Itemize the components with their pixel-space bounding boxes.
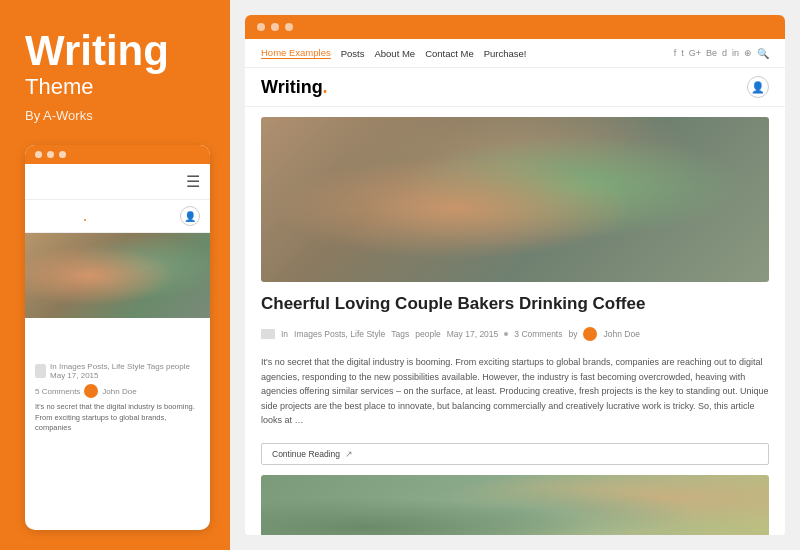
browser-content: Home Examples Posts About Me Contact Me … — [245, 39, 785, 535]
mobile-dot-3 — [59, 151, 66, 158]
rss-icon[interactable]: ⊕ — [744, 48, 752, 58]
theme-title: Writing — [25, 30, 210, 72]
facebook-icon[interactable]: f — [674, 48, 677, 58]
mobile-hamburger-icon[interactable]: ☰ — [186, 172, 200, 191]
behance-icon[interactable]: Be — [706, 48, 717, 58]
blog-brand-bar: Writing. 👤 — [245, 68, 785, 107]
nav-purchase[interactable]: Purchase! — [484, 48, 527, 59]
post-comments[interactable]: 3 Comments — [514, 329, 562, 339]
nav-contact[interactable]: Contact Me — [425, 48, 474, 59]
mobile-hero-image — [25, 233, 210, 318]
mobile-dot-1 — [35, 151, 42, 158]
post-author-name[interactable]: John Doe — [603, 329, 639, 339]
twitter-icon[interactable]: t — [681, 48, 684, 58]
mobile-post-meta-2: 5 Comments John Doe — [35, 384, 200, 398]
right-panel: Home Examples Posts About Me Contact Me … — [230, 0, 800, 550]
blog-brand-period: . — [323, 77, 328, 97]
left-panel: Writing Theme By A-Works Menu ☰ Writing.… — [0, 0, 230, 550]
post-title: Cheerful Loving Couple Bakers Drinking C… — [261, 294, 769, 314]
post-hero-img-content — [261, 117, 769, 282]
site-nav: Home Examples Posts About Me Contact Me … — [261, 47, 527, 59]
post-hero-image — [261, 117, 769, 282]
mobile-top-bar — [25, 145, 210, 164]
blog-brand-name: Writing — [261, 77, 323, 97]
instagram-icon[interactable]: in — [732, 48, 739, 58]
mobile-author-name: John Doe — [102, 387, 136, 396]
mobile-post-meta: In Images Posts, Life Style Tags people … — [35, 362, 200, 380]
mobile-meta-text: In Images Posts, Life Style Tags people … — [50, 362, 200, 380]
mobile-preview: Menu ☰ Writing. 👤 Cheerful Loving Couple… — [25, 145, 210, 530]
post-tags-label: Tags — [391, 329, 409, 339]
second-post-preview-image — [261, 475, 769, 535]
browser-dot-1 — [257, 23, 265, 31]
mobile-dot-2 — [47, 151, 54, 158]
mobile-post-content: Cheerful Loving Couple Bakers Drinking C… — [25, 318, 210, 442]
post-date: May 17, 2015 — [447, 329, 499, 339]
nav-posts[interactable]: Posts — [341, 48, 365, 59]
post-thumbnail-icon — [261, 329, 275, 339]
post-meta-in: In — [281, 329, 288, 339]
googleplus-icon[interactable]: G+ — [689, 48, 701, 58]
mobile-brand-bar: Writing. 👤 — [25, 200, 210, 233]
theme-subtitle: Theme — [25, 74, 210, 100]
post-categories[interactable]: Images Posts, Life Style — [294, 329, 385, 339]
mobile-post-excerpt: It's no secret that the digital industry… — [35, 402, 200, 434]
post-author-avatar — [583, 327, 597, 341]
site-header: Home Examples Posts About Me Contact Me … — [245, 39, 785, 68]
social-icons: f t G+ Be d in ⊕ 🔍 — [674, 48, 769, 59]
browser-dot-3 — [285, 23, 293, 31]
nav-about[interactable]: About Me — [374, 48, 415, 59]
search-icon[interactable]: 🔍 — [757, 48, 769, 59]
mobile-post-title: Cheerful Loving Couple Bakers Drinking C… — [35, 326, 200, 357]
continue-reading-label: Continue Reading — [272, 449, 340, 459]
nav-home[interactable]: Home Examples — [261, 47, 331, 59]
post-meta-separator — [504, 332, 508, 336]
blog-main: Cheerful Loving Couple Bakers Drinking C… — [245, 107, 785, 535]
blog-brand: Writing. — [261, 77, 327, 98]
mobile-brand-dot: . — [83, 207, 87, 224]
mobile-comments: 5 Comments — [35, 387, 80, 396]
mobile-nav: Menu ☰ — [25, 164, 210, 200]
mobile-menu-label: Menu — [35, 175, 65, 189]
post-meta-row: In Images Posts, Life Style Tags people … — [261, 327, 769, 341]
post-meta-by: by — [568, 329, 577, 339]
blog-user-icon[interactable]: 👤 — [747, 76, 769, 98]
mobile-meta-image-icon — [35, 364, 46, 378]
share-icon: ↗ — [345, 449, 353, 459]
continue-reading-button[interactable]: Continue Reading ↗ — [261, 443, 769, 465]
post-tags[interactable]: people — [415, 329, 441, 339]
mobile-user-icon[interactable]: 👤 — [180, 206, 200, 226]
browser-dot-2 — [271, 23, 279, 31]
dribbble-icon[interactable]: d — [722, 48, 727, 58]
post-excerpt: It's no secret that the digital industry… — [261, 355, 769, 427]
browser-chrome — [245, 15, 785, 39]
mobile-author-avatar — [84, 384, 98, 398]
mobile-blog-brand: Writing. — [35, 207, 87, 225]
theme-byline: By A-Works — [25, 108, 210, 123]
